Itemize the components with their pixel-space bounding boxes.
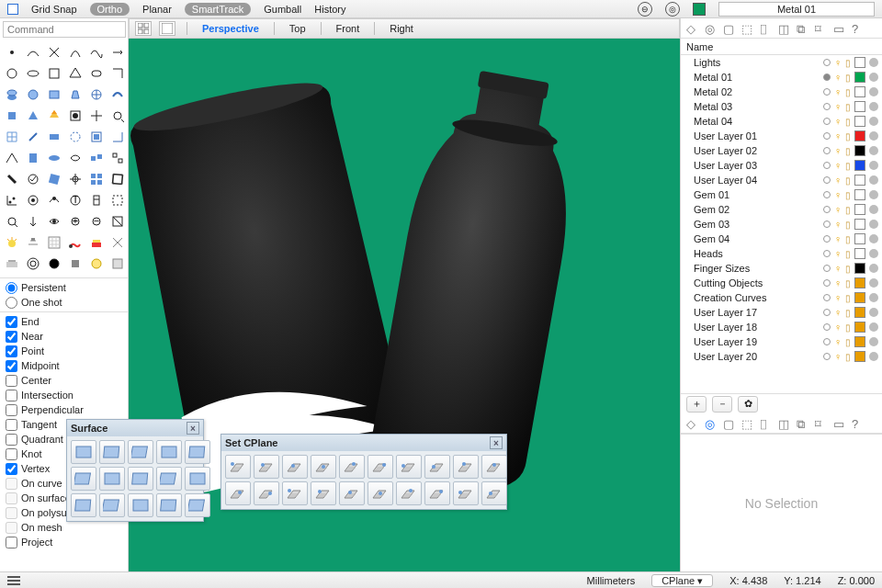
layer-current-icon[interactable] <box>823 265 831 272</box>
bulb-icon[interactable]: ♀ <box>834 145 842 156</box>
layer-color-swatch[interactable] <box>854 307 865 318</box>
lock-icon[interactable]: ⊖ <box>638 2 652 17</box>
add-layer-button[interactable]: ＋ <box>686 396 707 413</box>
tool-42[interactable] <box>2 190 22 210</box>
surface-tool-4[interactable] <box>185 440 210 464</box>
lock-icon[interactable]: ▯ <box>845 175 851 186</box>
tool-38[interactable] <box>44 169 64 189</box>
tool-6[interactable] <box>2 63 22 84</box>
layer-current-icon[interactable] <box>823 220 831 228</box>
panel-icon-8[interactable]: ▭ <box>833 417 846 430</box>
layer-row[interactable]: User Layer 17♀▯ <box>681 305 882 320</box>
tool-17[interactable] <box>107 85 128 105</box>
cplane-tool-7[interactable] <box>424 455 450 479</box>
tool-61[interactable] <box>23 254 43 274</box>
layer-row[interactable]: User Layer 19♀▯ <box>681 334 882 349</box>
material-icon[interactable] <box>869 161 878 170</box>
tool-24[interactable] <box>2 127 22 147</box>
tool-19[interactable] <box>23 106 43 126</box>
material-icon[interactable] <box>869 293 878 302</box>
layer-color-swatch[interactable] <box>854 57 865 68</box>
osnap-near[interactable]: Near <box>6 329 122 344</box>
layer-row[interactable]: User Layer 03♀▯ <box>681 158 882 173</box>
lock-icon[interactable]: ▯ <box>845 87 851 97</box>
layer-row[interactable]: Metal 01♀▯ <box>681 70 882 85</box>
lock-icon[interactable]: ▯ <box>845 146 851 156</box>
tool-18[interactable] <box>2 106 22 126</box>
panel-icon-3[interactable]: ⬚ <box>741 22 754 35</box>
layer-current-icon[interactable] <box>823 103 831 110</box>
tool-35[interactable] <box>107 148 128 168</box>
close-icon[interactable]: × <box>187 422 199 435</box>
cplane-tool-19[interactable] <box>481 481 507 505</box>
tool-60[interactable] <box>2 254 22 274</box>
layer-row[interactable]: Finger Sizes♀▯ <box>681 261 882 276</box>
tool-54[interactable] <box>2 232 22 253</box>
panel-icon-2[interactable]: ▢ <box>723 417 736 430</box>
tab-right[interactable]: Right <box>386 23 417 34</box>
bulb-icon[interactable]: ♀ <box>834 248 842 259</box>
cplane-tool-11[interactable] <box>254 481 279 505</box>
layer-row[interactable]: Metal 02♀▯ <box>681 85 882 99</box>
layer-row[interactable]: Gem 02♀▯ <box>681 202 882 217</box>
palette-surface-title[interactable]: Surface × <box>67 420 203 436</box>
layer-row[interactable]: Gem 04♀▯ <box>681 232 882 246</box>
layer-row[interactable]: User Layer 20♀▯ <box>681 349 882 364</box>
panel-icon-9[interactable]: ? <box>852 22 865 35</box>
osnap-point[interactable]: Point <box>6 344 122 358</box>
tool-55[interactable] <box>23 232 43 253</box>
lock-icon[interactable]: ▯ <box>845 73 851 83</box>
tool-15[interactable] <box>65 85 85 105</box>
layer-color-swatch[interactable] <box>854 233 865 244</box>
layer-current-icon[interactable] <box>823 162 831 169</box>
tool-48[interactable] <box>2 211 22 232</box>
bulb-icon[interactable]: ♀ <box>834 307 842 318</box>
surface-tool-14[interactable] <box>185 493 210 517</box>
lock-icon[interactable]: ▯ <box>845 278 851 288</box>
layer-row[interactable]: User Layer 04♀▯ <box>681 173 882 187</box>
cplane-tool-16[interactable] <box>396 481 422 505</box>
delete-layer-button[interactable]: － <box>712 396 732 413</box>
cplane-tool-6[interactable] <box>396 455 422 479</box>
lock-icon[interactable]: ▯ <box>845 234 851 244</box>
panel-icon-6[interactable]: ⧉ <box>797 417 809 430</box>
layer-row[interactable]: Creation Curves♀▯ <box>681 290 882 305</box>
layer-current-icon[interactable] <box>823 235 831 243</box>
panel-icon-5[interactable]: ◫ <box>778 22 791 35</box>
bulb-icon[interactable]: ♀ <box>834 292 842 303</box>
layer-row[interactable]: Metal 04♀▯ <box>681 114 882 129</box>
tool-16[interactable] <box>86 85 107 105</box>
bulb-icon[interactable]: ♀ <box>834 72 842 83</box>
surface-tool-12[interactable] <box>128 493 153 517</box>
surface-tool-7[interactable] <box>128 467 153 491</box>
bulb-icon[interactable]: ♀ <box>834 322 842 333</box>
surface-tool-8[interactable] <box>156 467 182 491</box>
cplane-tool-18[interactable] <box>453 481 479 505</box>
tool-10[interactable] <box>86 63 107 84</box>
surface-tool-3[interactable] <box>156 440 182 464</box>
tool-23[interactable] <box>107 106 128 126</box>
bulb-icon[interactable]: ♀ <box>834 86 842 97</box>
close-icon[interactable]: × <box>490 436 503 449</box>
layer-current-icon[interactable] <box>823 88 831 96</box>
lock-icon[interactable]: ▯ <box>845 102 851 112</box>
material-icon[interactable] <box>869 117 878 126</box>
cplane-tool-12[interactable] <box>282 481 308 505</box>
layer-row[interactable]: User Layer 02♀▯ <box>681 143 882 158</box>
layer-current-icon[interactable] <box>823 191 831 198</box>
material-icon[interactable] <box>869 249 878 258</box>
lock-icon[interactable]: ▯ <box>845 117 851 127</box>
tool-64[interactable] <box>86 254 107 274</box>
layer-color-swatch[interactable] <box>854 86 865 97</box>
material-icon[interactable] <box>869 308 878 317</box>
layer-current-icon[interactable] <box>823 279 831 287</box>
panel-icon-0[interactable]: ◇ <box>686 417 699 430</box>
layer-color-swatch[interactable] <box>854 263 865 274</box>
layer-color-swatch[interactable] <box>854 292 865 303</box>
tab-perspective[interactable]: Perspective <box>198 23 263 34</box>
surface-tool-2[interactable] <box>128 440 153 464</box>
bulb-icon[interactable]: ♀ <box>834 189 842 200</box>
current-layer-field[interactable] <box>718 2 875 17</box>
bulb-icon[interactable]: ♀ <box>834 116 842 127</box>
bulb-icon[interactable]: ♀ <box>834 263 842 274</box>
